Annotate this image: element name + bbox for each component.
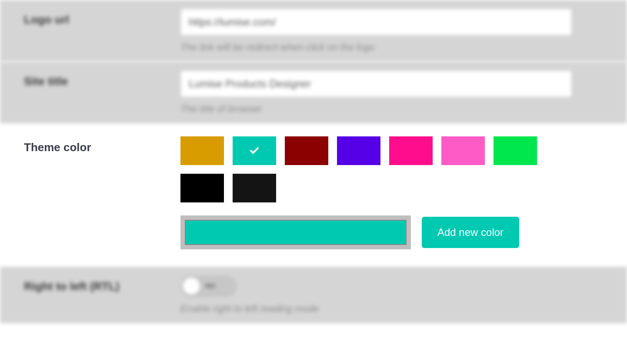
- site-title-row: Site title The title of browser: [0, 62, 627, 123]
- logo-url-row: Logo url The link will be redirect when …: [0, 0, 627, 62]
- rtl-helper: Enable right to left reading mode: [180, 303, 572, 314]
- site-title-input[interactable]: [180, 70, 572, 97]
- check-icon: [248, 146, 261, 156]
- theme-color-label: Theme color: [24, 141, 91, 154]
- site-title-helper: The title of browser: [180, 103, 572, 115]
- color-swatch-3[interactable]: [337, 136, 380, 165]
- color-swatch-8[interactable]: [233, 174, 276, 202]
- custom-color-input-wrapper: [180, 215, 411, 249]
- color-swatch-5[interactable]: [441, 136, 485, 165]
- add-new-color-button[interactable]: Add new color: [422, 217, 519, 248]
- color-swatch-4[interactable]: [389, 136, 433, 165]
- rtl-toggle-value: NO: [205, 282, 216, 290]
- theme-color-row: Theme color Add new color: [0, 123, 627, 267]
- color-swatch-container: [180, 136, 572, 202]
- toggle-handle: [183, 278, 200, 295]
- custom-color-input[interactable]: [185, 220, 407, 245]
- rtl-row: Right to left (RTL) NO Enable right to l…: [0, 267, 627, 323]
- site-title-label: Site title: [24, 75, 68, 88]
- logo-url-helper: The link will be redirect when click on …: [180, 42, 572, 53]
- rtl-toggle[interactable]: NO: [180, 275, 237, 297]
- color-swatch-2[interactable]: [285, 136, 328, 165]
- logo-url-input[interactable]: [180, 9, 572, 36]
- color-swatch-1[interactable]: [233, 136, 276, 165]
- logo-url-label: Logo url: [24, 13, 69, 26]
- color-swatch-7[interactable]: [180, 174, 224, 202]
- rtl-label: Right to left (RTL): [24, 280, 120, 293]
- color-swatch-0[interactable]: [180, 136, 224, 165]
- color-swatch-6[interactable]: [494, 136, 537, 165]
